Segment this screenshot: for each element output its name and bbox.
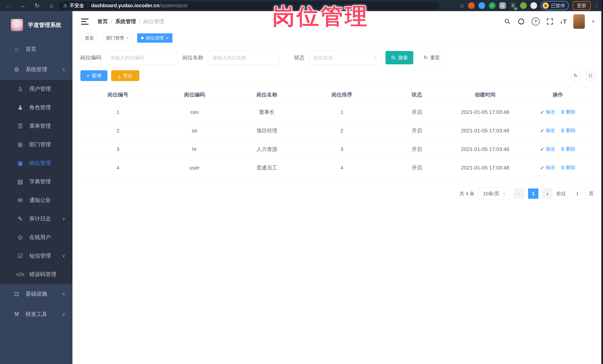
extension-list-badge-icon[interactable]: ☰ [510,2,516,9]
status-select-placeholder: 岗位状态 [314,55,333,61]
question-icon[interactable]: ? [532,17,540,26]
table-row: 1ceo董事长1开启2021-01-05 17:03:48修改删除 [80,103,596,121]
sidebar-item-11[interactable]: ☑短信管理∨ [0,247,72,265]
font-size-icon[interactable]: TT [560,18,567,25]
sidebar-item-9[interactable]: ✎审计日志∨ [0,210,72,228]
error-code-icon: </> [16,271,24,278]
github-icon[interactable] [517,18,525,25]
sidebar-toggle-icon[interactable] [81,19,89,25]
cell-name: 董事长 [233,103,300,121]
add-button[interactable]: + 新增 [80,70,107,81]
edit-link[interactable]: 修改 [540,164,555,171]
extension-sliders-icon[interactable]: ☰ [499,2,506,9]
browser-update-button[interactable]: 更新 [573,1,591,10]
table-row: 2se项目经理2开启2021-01-05 17:03:48修改删除 [80,121,596,140]
cell-id: 3 [80,140,156,159]
sidebar-item-0[interactable]: ⌂首页 [0,39,72,59]
tab-首页[interactable]: 首页 [81,33,98,43]
extension-green-check-icon[interactable]: ✓ [489,2,496,9]
search-button[interactable]: 搜索 [385,51,413,64]
edit-link[interactable]: 修改 [540,127,555,134]
back-icon[interactable]: ← [4,0,12,11]
forward-icon[interactable]: → [19,0,27,11]
sms-shield-icon: ☑ [16,252,24,259]
delete-link[interactable]: 删除 [560,164,576,171]
extension-orange-ring-icon[interactable] [468,2,475,9]
sidebar-item-10[interactable]: ⊙在线用户 [0,228,72,247]
sidebar-item-1[interactable]: ⚙系统管理∧ [0,59,72,80]
edit-link[interactable]: 修改 [540,146,555,152]
chevron-down-icon: ∨ [374,55,377,60]
roles-icon: ♟ [16,104,24,111]
browser-scrollbar[interactable] [601,0,603,364]
extension-leaf-icon[interactable] [520,2,527,9]
cell-id: 1 [80,103,156,121]
cell-code: hr [156,140,233,159]
post-code-input[interactable] [106,51,178,65]
edit-link[interactable]: 修改 [540,109,555,115]
refresh-table-button[interactable]: ↻ [571,71,581,81]
url-path[interactable]: /system/post [159,3,188,9]
address-bar[interactable]: ⚠ 不安全 dashboard.yudao.iocoder.cn /system… [59,1,440,10]
page-size-select[interactable]: 10条/页 ∨ [478,188,510,200]
sidebar-item-3[interactable]: ♟角色管理 [0,98,72,117]
sidebar-item-label: 岗位管理 [29,159,51,167]
app-logo[interactable]: 芋道管理系统 [0,11,72,39]
column-settings-button[interactable]: ☷ [586,71,596,81]
fullscreen-icon[interactable] [546,18,554,25]
chevron-down-icon[interactable]: ▼ [591,20,595,23]
browser-nav: ← → ↻ ⌂ [0,0,56,11]
browser-menu-icon[interactable]: ⋮ [594,2,600,9]
sidebar-item-label: 菜单管理 [29,122,51,130]
browser-profile-chip[interactable]: ☻ 已暂停 [541,1,569,10]
sidebar-item-12[interactable]: </>错误码管理 [0,265,72,284]
delete-link[interactable]: 删除 [560,109,576,115]
next-page-button[interactable]: › [542,188,553,199]
goto-page-input[interactable] [569,188,585,199]
breadcrumb-item[interactable]: 首页 [97,18,108,25]
current-page-button[interactable]: 1 [528,188,538,199]
sidebar-item-2[interactable]: ♙用户管理 [0,80,72,98]
filter-form: 岗位编码 岗位名称 状态 岗位状态 ∨ 搜索 ↻ 重置 [80,51,596,65]
extension-location-pin-icon[interactable] [478,2,485,9]
delete-link[interactable]: 删除 [560,146,576,152]
extension-puzzle-icon[interactable] [530,2,537,9]
cell-name: 人力资源 [233,140,300,159]
sidebar-item-7[interactable]: ▤字典管理 [0,172,72,191]
chevron-down-icon: ∨ [62,312,65,317]
sidebar-item-label: 角色管理 [29,104,51,111]
sidebar-item-label: 通知公告 [29,197,51,204]
bookmark-star-icon[interactable]: ☆ [459,2,464,9]
main-area: 首页/系统管理/岗位管理 ? TT ▼ 首页 [72,11,603,364]
tab-岗位管理[interactable]: 岗位管理× [137,33,173,43]
status-select[interactable]: 岗位状态 ∨ [309,51,381,65]
tab-部门管理[interactable]: 部门管理× [102,33,133,43]
export-button[interactable]: ↓ 导出 [111,70,139,81]
url-host[interactable]: dashboard.yudao.iocoder.cn [91,3,159,9]
department-tree-icon: ⊞ [16,141,24,148]
avatar[interactable] [573,14,585,29]
sidebar-item-14[interactable]: ⚒研发工具∨ [0,304,72,324]
home-icon[interactable]: ⌂ [47,0,56,11]
breadcrumb-item[interactable]: 系统管理 [115,18,136,25]
table-header-row: 岗位编号岗位编码岗位名称岗位排序状态创建时间操作 [80,87,596,103]
breadcrumb-item[interactable]: 岗位管理 [143,18,164,25]
delete-link[interactable]: 删除 [560,127,576,134]
sidebar-item-5[interactable]: ⊞部门管理 [0,135,72,154]
reset-button[interactable]: ↻ 重置 [418,51,445,64]
prev-page-button[interactable]: ‹ [514,188,524,199]
cell-id: 2 [80,121,156,140]
sidebar-item-13[interactable]: ⊡基础设施∨ [0,284,72,304]
search-icon[interactable] [504,18,511,25]
close-icon[interactable]: × [166,35,169,41]
cell-status: 开启 [383,140,450,159]
sidebar-item-4[interactable]: ☰菜单管理 [0,117,72,135]
sidebar-item-6[interactable]: ▣岗位管理 [0,154,72,172]
security-label[interactable]: 不安全 [70,2,84,9]
reload-icon[interactable]: ↻ [33,0,41,11]
sidebar-item-8[interactable]: ✉通知公告 [0,191,72,210]
close-icon[interactable]: × [126,35,129,41]
post-name-input[interactable] [208,51,280,65]
user-icon: ♙ [16,86,24,93]
cell-actions: 修改删除 [520,140,596,159]
